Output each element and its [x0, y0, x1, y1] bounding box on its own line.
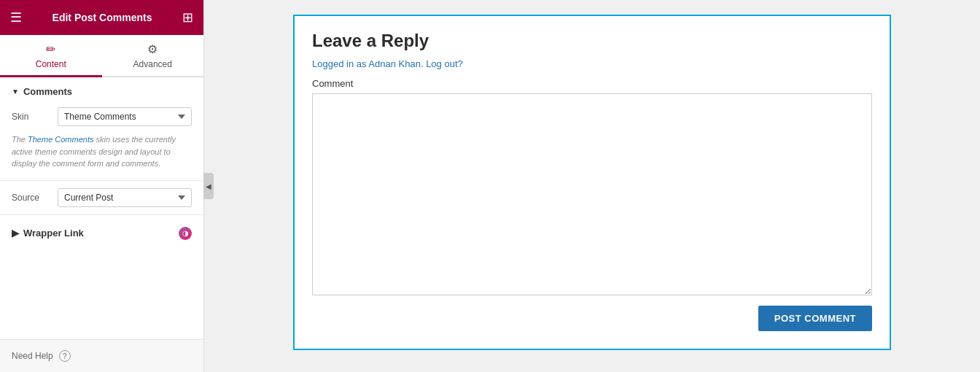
tab-content[interactable]: ✏ Content — [0, 35, 102, 77]
sidebar-tabs: ✏ Content ⚙ Advanced — [0, 35, 203, 77]
dynamic-tag-icon[interactable]: ◑ — [179, 227, 192, 240]
help-icon[interactable]: ? — [59, 350, 71, 362]
post-comment-row: POST COMMENT — [312, 306, 872, 331]
leave-reply-title: Leave a Reply — [312, 31, 872, 51]
comments-arrow-icon: ▼ — [12, 88, 19, 96]
sidebar-title: Edit Post Comments — [52, 12, 152, 23]
skin-hint: The Theme Comments skin uses the current… — [0, 131, 203, 177]
source-row: Source Current Post Custom — [0, 184, 203, 212]
tab-advanced-label: Advanced — [133, 59, 172, 69]
logged-in-text: Logged in as Adnan Khan. Log out? — [312, 58, 872, 69]
wrapper-link-label: ▶ Wrapper Link — [12, 228, 84, 239]
grid-icon[interactable]: ⊞ — [182, 9, 193, 26]
wrapper-link-arrow-icon: ▶ — [12, 228, 19, 239]
source-select[interactable]: Current Post Custom — [58, 188, 192, 207]
sidebar-header: ☰ Edit Post Comments ⊞ — [0, 0, 203, 35]
divider-1 — [0, 180, 203, 181]
comment-label: Comment — [312, 78, 872, 89]
hamburger-icon[interactable]: ☰ — [10, 9, 22, 26]
wrapper-link-row[interactable]: ▶ Wrapper Link ◑ — [0, 218, 203, 249]
sidebar-content: ▼ Comments Skin Theme Comments Default T… — [0, 77, 203, 339]
source-label: Source — [12, 193, 52, 203]
collapse-handle[interactable]: ◀ — [203, 173, 214, 199]
main-content: Leave a Reply Logged in as Adnan Khan. L… — [204, 0, 980, 372]
comments-section-label: Comments — [23, 86, 72, 97]
need-help-text: Need Help — [12, 351, 53, 361]
sidebar-footer: Need Help ? — [0, 339, 203, 372]
comment-widget: Leave a Reply Logged in as Adnan Khan. L… — [293, 15, 891, 350]
tab-advanced[interactable]: ⚙ Advanced — [102, 35, 204, 77]
skin-row: Skin Theme Comments Default — [0, 103, 203, 131]
comments-section-header[interactable]: ▼ Comments — [0, 77, 203, 103]
post-comment-button[interactable]: POST COMMENT — [758, 306, 872, 331]
skin-select[interactable]: Theme Comments Default — [58, 107, 192, 126]
pencil-icon: ✏ — [46, 42, 55, 56]
gear-icon: ⚙ — [147, 42, 158, 56]
skin-label: Skin — [12, 112, 52, 122]
sidebar: ☰ Edit Post Comments ⊞ ✏ Content ⚙ Advan… — [0, 0, 204, 372]
divider-2 — [0, 214, 203, 215]
comment-textarea[interactable] — [312, 93, 872, 295]
tab-content-label: Content — [36, 59, 66, 69]
logged-in-link[interactable]: Logged in as Adnan Khan. Log out? — [312, 58, 463, 69]
skin-hint-highlight: Theme Comments — [28, 135, 93, 144]
wrapper-link-text: Wrapper Link — [23, 228, 84, 239]
